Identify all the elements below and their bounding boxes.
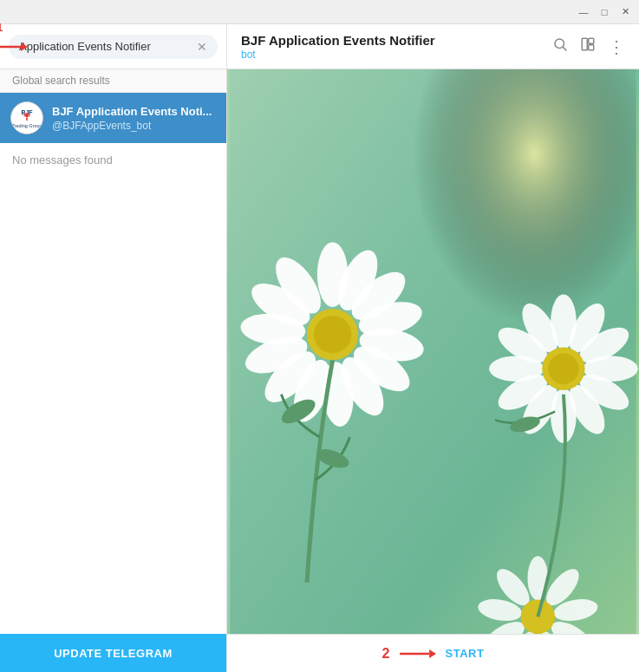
svg-line-7 [563, 47, 566, 50]
chat-title: BJF Application Events Notifier [241, 33, 544, 48]
annotation-1: 1 [0, 38, 28, 55]
start-button[interactable]: START [446, 647, 485, 660]
spacer [0, 177, 226, 634]
window-controls[interactable]: — □ ✕ [577, 5, 632, 19]
chat-bottom: 2 START [227, 634, 639, 672]
more-options-icon[interactable]: ⋮ [608, 38, 625, 55]
svg-rect-8 [582, 38, 587, 50]
chat-header-icons: ⋮ [552, 36, 625, 56]
annotation-number-1: 1 [0, 21, 3, 34]
title-bar: — □ ✕ [0, 0, 639, 24]
update-telegram-button[interactable]: UPDATE TELEGRAM [0, 634, 226, 672]
flower-background [227, 69, 639, 634]
svg-rect-9 [589, 38, 594, 43]
svg-point-42 [548, 353, 579, 384]
right-panel: BJF Application Events Notifier bot ⋮ [227, 24, 639, 672]
result-username: @BJFAppEvents_bot [52, 120, 216, 132]
search-icon[interactable] [552, 36, 568, 56]
main-layout: 1 ✕ Global search results BJF [0, 24, 639, 672]
search-input-wrapper[interactable]: ✕ [9, 35, 218, 59]
close-button[interactable]: ✕ [618, 5, 632, 19]
svg-marker-1 [21, 42, 28, 51]
svg-point-6 [555, 39, 564, 49]
search-result-item[interactable]: BJF Trading Group BJF Application Events… [0, 93, 226, 143]
layout-icon[interactable] [580, 36, 596, 56]
chat-content [227, 69, 639, 634]
svg-point-28 [314, 316, 351, 353]
avatar: BJF Trading Group [10, 101, 43, 134]
result-info: BJF Application Events Noti... @BJFAppEv… [52, 105, 216, 132]
search-input[interactable] [19, 40, 186, 53]
search-bar: 1 ✕ [0, 24, 226, 69]
search-close-button[interactable]: ✕ [197, 40, 207, 54]
bjf-logo-svg: BJF Trading Group [12, 103, 42, 133]
minimize-button[interactable]: — [577, 5, 590, 19]
svg-marker-57 [430, 649, 437, 658]
chat-subtitle: bot [241, 49, 544, 61]
maximize-button[interactable]: □ [597, 5, 611, 19]
chat-header: BJF Application Events Notifier bot ⋮ [227, 24, 639, 69]
flower-illustration [227, 69, 639, 634]
svg-rect-10 [589, 45, 594, 50]
result-name: BJF Application Events Noti... [52, 105, 216, 118]
svg-rect-4 [26, 118, 28, 121]
global-search-label: Global search results [0, 69, 226, 93]
svg-text:Trading Group: Trading Group [12, 123, 42, 128]
no-messages-label: No messages found [0, 143, 226, 177]
start-annotation: 2 START [382, 645, 485, 662]
annotation-arrow-1 [0, 38, 28, 55]
left-panel: 1 ✕ Global search results BJF [0, 24, 227, 672]
annotation-number-2: 2 [382, 646, 390, 662]
annotation-arrow-2 [399, 645, 437, 662]
chat-title-block: BJF Application Events Notifier bot [241, 33, 544, 61]
